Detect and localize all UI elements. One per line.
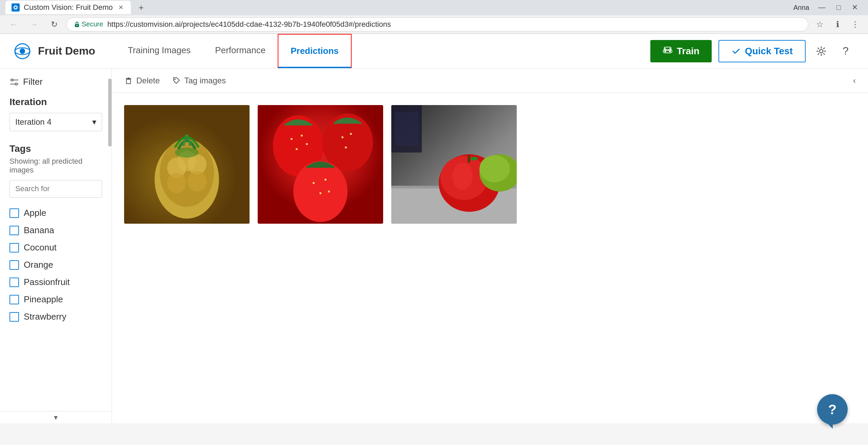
tag-pineapple-checkbox[interactable] <box>9 295 19 304</box>
tag-orange-label: Orange <box>24 260 53 270</box>
app-title: Fruit Demo <box>38 45 95 57</box>
tag-banana-checkbox[interactable] <box>9 226 19 235</box>
svg-rect-59 <box>395 112 418 146</box>
iteration-section-title: Iteration <box>9 97 102 107</box>
nav-actions: Train Quick Test ? <box>650 40 854 62</box>
delete-button[interactable]: Delete <box>124 76 160 85</box>
image-card-apple[interactable] <box>391 105 517 224</box>
tag-strawberry-checkbox[interactable] <box>9 312 19 322</box>
svg-rect-21 <box>126 79 131 84</box>
svg-point-44 <box>293 161 348 222</box>
tag-orange[interactable]: Orange <box>9 256 102 274</box>
svg-point-47 <box>319 192 321 194</box>
help-header-button[interactable]: ? <box>837 42 854 60</box>
address-bar[interactable]: Secure https://customvision.ai/projects/… <box>66 17 808 32</box>
tag-orange-checkbox[interactable] <box>9 260 19 270</box>
nav-performance[interactable]: Performance <box>203 34 278 68</box>
chevron-down-icon: ▾ <box>92 117 96 127</box>
help-fab-button[interactable]: ? <box>817 394 848 425</box>
images-grid <box>112 93 868 423</box>
train-button[interactable]: Train <box>650 40 712 62</box>
close-button[interactable]: ✕ <box>847 2 863 13</box>
tab-close-button[interactable]: ✕ <box>116 3 125 12</box>
svg-point-16 <box>15 83 17 85</box>
svg-point-39 <box>306 143 308 145</box>
svg-point-57 <box>479 155 510 182</box>
svg-point-14 <box>820 49 823 53</box>
secure-badge: Secure <box>74 20 103 28</box>
image-card-pineapple[interactable] <box>124 105 250 224</box>
browser-toolbar-actions: ☆ ℹ ⋮ <box>812 17 863 32</box>
maximize-button[interactable]: □ <box>832 2 846 13</box>
filter-header[interactable]: Filter <box>9 77 102 87</box>
user-name: Anna <box>791 4 812 12</box>
iteration-dropdown[interactable]: Iteration 4 ▾ <box>9 113 102 131</box>
app-container: Fruit Demo Training Images Performance P… <box>0 34 868 423</box>
browser-chrome: Custom Vision: Fruit Demo ✕ + Anna — □ ✕… <box>0 0 868 34</box>
svg-point-32 <box>188 171 206 191</box>
train-label: Train <box>677 46 699 57</box>
scroll-down-button[interactable]: ▾ <box>0 411 112 423</box>
content-toolbar: Delete Tag images ‹ <box>112 68 868 93</box>
svg-point-46 <box>324 179 327 181</box>
refresh-button[interactable]: ↻ <box>46 16 62 33</box>
sidebar-scroll: Filter Iteration Iteration 4 ▾ Tags Show… <box>0 68 112 411</box>
tag-pineapple-label: Pineapple <box>24 294 63 305</box>
tab-favicon <box>11 3 20 12</box>
logo-icon <box>14 42 31 60</box>
image-card-strawberries[interactable] <box>258 105 383 224</box>
browser-titlebar: Custom Vision: Fruit Demo ✕ + Anna — □ ✕ <box>0 0 868 15</box>
tag-coconut-label: Coconut <box>24 242 57 253</box>
tab-title: Custom Vision: Fruit Demo <box>24 3 113 12</box>
new-tab-button[interactable]: + <box>134 1 149 14</box>
tag-images-button[interactable]: Tag images <box>172 76 226 85</box>
svg-point-12 <box>669 48 671 49</box>
nav-predictions[interactable]: Predictions <box>278 34 352 68</box>
tag-passionfruit[interactable]: Passionfruit <box>9 274 102 291</box>
browser-tab[interactable]: Custom Vision: Fruit Demo ✕ <box>5 1 131 14</box>
tag-pineapple[interactable]: Pineapple <box>9 291 102 308</box>
tag-apple-checkbox[interactable] <box>9 208 19 218</box>
tag-strawberry-label: Strawberry <box>24 311 66 322</box>
url-text: https://customvision.ai/projects/ec4105d… <box>107 20 391 29</box>
minimize-button[interactable]: — <box>813 2 830 13</box>
svg-point-41 <box>341 136 343 138</box>
tag-banana[interactable]: Banana <box>9 222 102 239</box>
tag-passionfruit-checkbox[interactable] <box>9 278 19 287</box>
delete-label: Delete <box>136 76 160 85</box>
svg-point-11 <box>665 48 666 49</box>
tag-search-input[interactable] <box>9 180 102 198</box>
content-area: Delete Tag images ‹ <box>112 68 868 423</box>
app-header: Fruit Demo Training Images Performance P… <box>0 34 868 68</box>
tag-strawberry[interactable]: Strawberry <box>9 308 102 325</box>
svg-point-42 <box>350 133 352 135</box>
tag-coconut[interactable]: Coconut <box>9 239 102 256</box>
collapse-sidebar-button[interactable]: ‹ <box>853 76 856 85</box>
tag-passionfruit-label: Passionfruit <box>24 277 70 287</box>
svg-point-37 <box>301 135 303 137</box>
nav-training-images[interactable]: Training Images <box>116 34 203 68</box>
app-logo: Fruit Demo <box>14 42 95 60</box>
filter-label: Filter <box>23 77 43 87</box>
menu-button[interactable]: ⋮ <box>848 17 863 32</box>
settings-button[interactable] <box>812 42 830 60</box>
svg-point-15 <box>11 79 13 81</box>
tag-coconut-checkbox[interactable] <box>9 243 19 252</box>
svg-point-43 <box>345 146 347 148</box>
svg-point-2 <box>15 6 17 8</box>
svg-point-24 <box>174 79 176 80</box>
quick-test-button[interactable]: Quick Test <box>718 40 806 62</box>
forward-button[interactable]: → <box>26 16 42 33</box>
chevron-down-arrow-icon: ▾ <box>54 413 58 422</box>
bookmark-button[interactable]: ☆ <box>812 17 827 32</box>
iteration-value: Iteration 4 <box>15 117 52 127</box>
svg-point-31 <box>167 173 186 193</box>
info-button[interactable]: ℹ <box>830 17 845 32</box>
secure-label: Secure <box>82 20 103 28</box>
svg-point-33 <box>175 147 199 158</box>
back-button[interactable]: ← <box>5 16 22 33</box>
tags-showing: Showing: all predicted images <box>9 157 102 175</box>
svg-point-48 <box>328 190 330 193</box>
tag-apple[interactable]: Apple <box>9 204 102 222</box>
browser-toolbar: ← → ↻ Secure https://customvision.ai/pro… <box>0 15 868 34</box>
